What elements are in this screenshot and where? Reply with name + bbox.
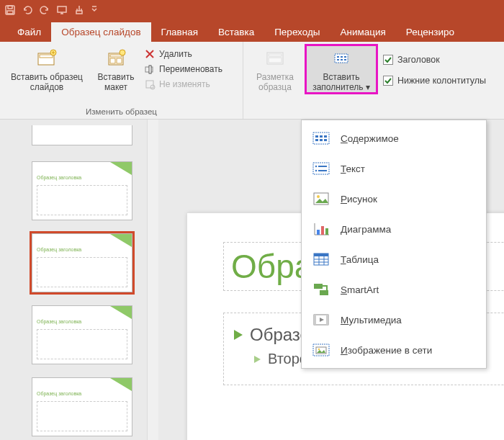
slide-thumb-selected[interactable]: Образец заголовка [32,233,132,292]
svg-rect-22 [344,56,346,58]
svg-rect-44 [314,253,328,256]
ribbon-tabs: Файл Образец слайдов Главная Вставка Пер… [0,20,504,42]
dropdown-text[interactable]: Текст [302,153,486,184]
chart-icon [312,221,330,237]
touch-mode-icon[interactable] [73,4,85,16]
svg-rect-40 [317,230,320,235]
svg-rect-23 [337,59,339,60]
group-edit-master-label: Изменить образец [4,107,238,117]
rename-icon [144,63,156,75]
master-layout-button: Разметка образца [248,45,302,94]
delete-button[interactable]: Удалить [143,48,224,60]
svg-point-52 [318,349,320,351]
dropdown-online-picture[interactable]: Изображение в сети [302,335,486,365]
dropdown-picture[interactable]: Рисунок [302,184,486,214]
text-icon [312,161,330,176]
checkbox-checked-icon [383,55,393,65]
title-checkbox[interactable]: Заголовок [380,50,489,69]
tab-insert[interactable]: Вставка [208,22,264,42]
svg-rect-10 [117,58,122,63]
tab-transitions[interactable]: Переходы [264,22,330,42]
svg-rect-27 [315,135,318,138]
svg-rect-35 [318,166,327,167]
svg-rect-26 [313,133,329,144]
svg-rect-28 [320,135,323,138]
redo-icon[interactable] [39,4,50,16]
insert-layout-button[interactable]: Вставить макет [92,45,140,94]
insert-slide-master-button[interactable]: Вставить образец слайдов [4,45,89,94]
tab-home[interactable]: Главная [151,22,208,42]
insert-placeholder-icon [330,48,353,71]
svg-rect-8 [110,55,122,57]
undo-icon[interactable] [22,4,33,16]
rename-button[interactable]: Переименовать [143,63,224,76]
svg-point-36 [315,170,317,171]
tab-animations[interactable]: Анимация [330,22,395,42]
svg-rect-20 [337,56,339,58]
master-layout-icon [264,48,287,71]
svg-rect-5 [40,55,53,58]
insert-master-label: Вставить образец слайдов [6,72,88,92]
dropdown-smartart[interactable]: SmartArt [302,274,486,305]
svg-rect-42 [325,228,328,235]
svg-rect-48 [314,315,316,325]
quick-access-toolbar [4,4,98,16]
table-icon [312,251,330,267]
delete-icon [144,48,156,60]
svg-rect-3 [58,6,66,12]
svg-rect-21 [341,56,343,58]
svg-rect-31 [320,139,323,141]
save-icon[interactable] [4,4,16,16]
content-icon [312,130,330,146]
dropdown-chart[interactable]: Диаграмма [302,214,486,244]
svg-rect-49 [326,315,328,325]
insert-layout-icon [104,48,127,71]
slide-thumb[interactable]: Образец заголовка [32,161,132,220]
svg-rect-29 [324,135,327,138]
tab-slide-master[interactable]: Образец слайдов [51,22,150,42]
dropdown-table[interactable]: Таблица [302,244,486,274]
insert-master-icon [35,48,58,71]
preserve-button: Не изменять [143,78,224,91]
tab-file[interactable]: Файл [7,22,51,42]
footers-checkbox[interactable]: Нижние колонтитулы [380,71,489,90]
svg-rect-9 [110,58,115,63]
svg-point-39 [317,195,320,198]
svg-rect-41 [321,226,324,235]
svg-rect-25 [344,59,346,60]
svg-rect-37 [318,170,327,171]
svg-rect-33 [313,163,329,174]
slide-thumb[interactable]: Образец заголовка [32,305,132,364]
chevron-down-icon: ▾ [366,82,370,92]
svg-rect-17 [269,54,282,56]
picture-icon [312,191,330,207]
dropdown-media[interactable]: Мультимедиа [302,305,486,335]
svg-rect-32 [324,139,327,141]
svg-point-34 [315,166,317,167]
thumbnail-pane[interactable]: Образец заголовка Образец заголовка Обра… [0,120,158,440]
svg-rect-13 [149,66,151,73]
dropdown-content[interactable]: Содержимое [302,123,486,153]
thumbnail-scrollbar[interactable] [147,120,158,440]
ribbon: Вставить образец слайдов Вставить макет … [0,42,504,120]
svg-rect-1 [8,6,12,9]
checkbox-checked-icon [383,76,393,86]
smartart-icon [312,282,330,297]
title-bar [0,0,504,20]
preserve-icon [144,78,156,90]
slide-thumb[interactable]: Образец заголовка [32,377,132,436]
svg-rect-45 [314,284,323,289]
svg-rect-2 [7,11,13,14]
svg-point-11 [120,50,125,55]
insert-layout-label: Вставить макет [94,72,138,92]
placeholder-dropdown: Содержимое Текст Рисунок Диаграмма Табли… [301,120,487,369]
svg-rect-30 [315,139,318,141]
start-slideshow-icon[interactable] [56,4,68,16]
svg-rect-24 [341,59,343,60]
insert-placeholder-button[interactable]: Вставить заполнитель ▾ [305,45,377,94]
svg-point-15 [150,85,155,89]
slide-thumb[interactable] [32,125,132,145]
customize-qat-icon[interactable] [91,4,98,16]
svg-rect-19 [335,54,348,63]
tab-review[interactable]: Рецензиро [396,22,464,42]
